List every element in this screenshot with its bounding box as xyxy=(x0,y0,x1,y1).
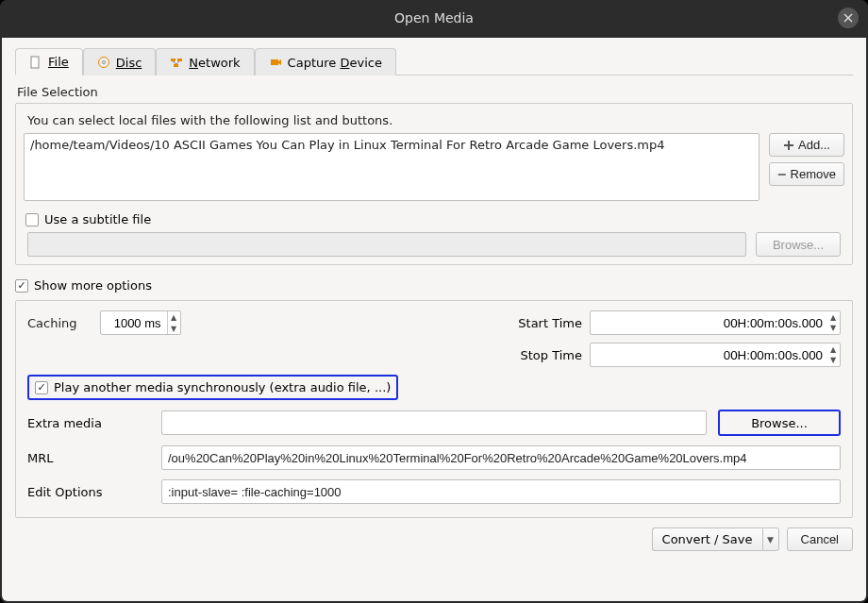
extra-media-input[interactable] xyxy=(161,410,707,435)
mrl-input[interactable] xyxy=(161,445,841,470)
tab-capture[interactable]: Capture Device xyxy=(255,48,396,75)
subtitle-browse-button: Browse... xyxy=(756,232,841,257)
caching-label: Caching xyxy=(27,316,77,330)
start-time-input[interactable] xyxy=(590,310,841,335)
file-selection-panel: You can select local files with the foll… xyxy=(15,103,853,265)
tab-disc[interactable]: Disc xyxy=(83,48,157,75)
chevron-down-icon[interactable]: ▼ xyxy=(827,323,839,333)
tab-capture-label: Capture Device xyxy=(288,56,382,70)
convert-save-label[interactable]: Convert / Save xyxy=(652,528,762,551)
edit-options-label: Edit Options xyxy=(27,485,150,499)
stop-time-label: Stop Time xyxy=(507,348,582,362)
chevron-down-icon[interactable]: ▼ xyxy=(168,323,180,334)
chevron-down-icon[interactable]: ▼ xyxy=(827,355,839,365)
subtitle-checkbox[interactable] xyxy=(25,213,39,226)
remove-button[interactable]: Remove xyxy=(769,162,844,186)
chevron-down-icon: ▼ xyxy=(767,535,774,544)
file-selection-label: File Selection xyxy=(17,85,853,99)
subtitle-label: Use a subtitle file xyxy=(44,212,151,226)
svg-rect-8 xyxy=(174,64,178,67)
add-button-label: Add... xyxy=(798,138,830,152)
svg-line-9 xyxy=(173,61,176,64)
svg-rect-7 xyxy=(177,59,182,61)
more-options-panel: Caching ▲▼ Start Time ▲▼ xyxy=(15,300,853,518)
capture-icon xyxy=(269,56,282,69)
start-time-label: Start Time xyxy=(507,316,582,330)
chevron-up-icon[interactable]: ▲ xyxy=(168,311,180,323)
minus-icon xyxy=(777,169,787,180)
tab-network-label: Network xyxy=(189,56,240,70)
network-icon xyxy=(170,56,183,69)
disc-icon xyxy=(97,56,110,69)
file-list-item[interactable]: /home/team/Videos/10 ASCII Games You Can… xyxy=(30,138,753,152)
sync-media-checkbox[interactable] xyxy=(35,381,48,394)
titlebar: Open Media xyxy=(0,0,868,36)
add-button[interactable]: Add... xyxy=(769,133,844,157)
chevron-up-icon[interactable]: ▲ xyxy=(827,312,839,323)
show-more-checkbox[interactable] xyxy=(15,279,28,293)
file-list[interactable]: /home/team/Videos/10 ASCII Games You Can… xyxy=(24,133,760,201)
mrl-label: MRL xyxy=(27,451,150,465)
tab-file[interactable]: File xyxy=(15,48,83,75)
extra-browse-button[interactable]: Browse... xyxy=(718,410,841,436)
close-icon xyxy=(843,13,853,23)
cancel-button[interactable]: Cancel xyxy=(787,528,853,551)
svg-point-5 xyxy=(102,61,105,64)
plus-icon xyxy=(783,140,794,151)
tab-disc-label: Disc xyxy=(116,56,142,70)
window-title: Open Media xyxy=(394,10,474,25)
convert-save-dropdown[interactable]: ▼ xyxy=(762,528,779,551)
tab-network[interactable]: Network xyxy=(156,48,254,75)
svg-marker-12 xyxy=(278,59,281,65)
file-help-text: You can select local files with the foll… xyxy=(27,113,844,127)
svg-rect-11 xyxy=(271,59,278,65)
caching-spinbox[interactable]: ▲▼ xyxy=(100,310,181,335)
extra-browse-label: Browse... xyxy=(751,416,808,430)
convert-save-button[interactable]: Convert / Save ▼ xyxy=(652,528,779,551)
subtitle-path-input xyxy=(27,232,746,257)
close-button[interactable] xyxy=(838,8,859,28)
caching-input[interactable] xyxy=(101,316,167,330)
sync-media-label: Play another media synchronously (extra … xyxy=(54,380,391,394)
edit-options-input[interactable] xyxy=(161,479,841,504)
stop-time-input[interactable] xyxy=(590,343,841,367)
tabs: File Disc Network Capture Device xyxy=(15,47,853,75)
svg-rect-6 xyxy=(171,59,175,61)
sync-media-row: Play another media synchronously (extra … xyxy=(27,375,398,400)
extra-media-label: Extra media xyxy=(27,416,150,430)
file-icon xyxy=(29,56,42,69)
chevron-up-icon[interactable]: ▲ xyxy=(827,344,839,355)
show-more-label: Show more options xyxy=(34,278,152,293)
tab-file-label: File xyxy=(48,55,69,69)
remove-button-label: Remove xyxy=(791,167,836,181)
svg-line-10 xyxy=(176,61,179,64)
